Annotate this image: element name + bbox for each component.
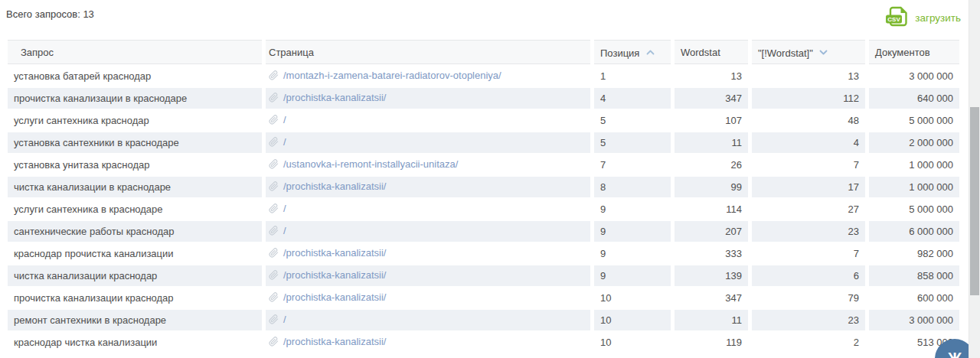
paperclip-icon [269, 270, 279, 282]
paperclip-icon [269, 181, 279, 194]
paperclip-icon [269, 248, 279, 260]
page-link[interactable]: / [283, 114, 286, 125]
documents-cell: 1 000 000 [869, 177, 959, 197]
position-cell: 7 [594, 155, 671, 175]
wordstat-exact-cell: 13 [752, 66, 865, 86]
page-cell: / [266, 199, 590, 220]
wordstat-exact-cell: 79 [752, 288, 865, 308]
column-header-wordstat-exact[interactable]: "[!Wordstat]" [752, 40, 865, 64]
sort-descending-icon [819, 46, 828, 57]
documents-cell: 982 000 [869, 243, 959, 264]
page-cell: / [266, 110, 590, 131]
wordstat-exact-cell: 7 [752, 155, 865, 175]
table-header-row: Запрос Страница Позиция Wordstat "[!Word… [8, 40, 959, 64]
table-row: услуги сантехника в краснодаре / 9 114 2… [8, 199, 959, 220]
table-row: ремонт сантехники в краснодаре / 10 11 2… [8, 310, 959, 330]
wordstat-exact-cell: 48 [752, 110, 865, 131]
wordstat-exact-cell: 23 [752, 310, 865, 330]
paperclip-icon [269, 314, 279, 327]
page-cell: / [266, 310, 590, 330]
page-link[interactable]: /prochistka-kanalizatsii/ [283, 247, 386, 259]
query-cell: чистка канализации в краснодаре [8, 177, 262, 197]
table-row: чистка канализации краснодар /prochistka… [8, 265, 959, 286]
query-cell: установка унитаза краснодар [8, 155, 262, 175]
csv-file-icon: CSV [885, 6, 910, 30]
wordstat-cell: 11 [675, 132, 748, 153]
documents-cell: 5 000 000 [869, 110, 959, 131]
query-cell: чистка канализации краснодар [8, 265, 262, 286]
column-header-page[interactable]: Страница [266, 40, 590, 64]
page-link[interactable]: /prochistka-kanalizatsii/ [283, 336, 386, 347]
position-cell: 1 [594, 66, 671, 86]
column-header-query-label: Запрос [21, 47, 54, 58]
page-cell: /montazh-i-zamena-batarei-radiatorov-oto… [266, 66, 590, 86]
wordstat-cell: 333 [675, 243, 748, 264]
column-header-documents[interactable]: Документов [869, 40, 959, 64]
paperclip-icon [269, 70, 279, 83]
page-cell: /prochistka-kanalizatsii/ [266, 243, 590, 264]
wordstat-cell: 26 [675, 155, 748, 175]
wordstat-cell: 207 [675, 221, 748, 242]
query-cell: прочистка канализации краснодар [8, 288, 262, 308]
documents-cell: 858 000 [869, 265, 959, 286]
column-header-wordstat[interactable]: Wordstat [675, 40, 748, 64]
table-row: прочистка канализации краснодар /prochis… [8, 288, 959, 308]
wordstat-exact-cell: 23 [752, 221, 865, 242]
page-cell: /prochistka-kanalizatsii/ [266, 177, 590, 197]
table-row: установка батарей краснодар /montazh-i-z… [8, 66, 959, 86]
documents-cell: 5 000 000 [869, 199, 959, 220]
query-cell: сантехнические работы краснодар [8, 221, 262, 242]
wordstat-exact-cell: 7 [752, 243, 865, 264]
vertical-scrollbar-thumb[interactable] [970, 107, 979, 295]
paperclip-icon [269, 137, 279, 149]
page-link[interactable]: /prochistka-kanalizatsii/ [283, 291, 386, 303]
wordstat-exact-cell: 17 [752, 177, 865, 197]
page-cell: /prochistka-kanalizatsii/ [266, 265, 590, 286]
page-cell: /prochistka-kanalizatsii/ [266, 332, 590, 353]
table-body: установка батарей краснодар /montazh-i-z… [8, 66, 959, 353]
page-link[interactable]: /prochistka-kanalizatsii/ [283, 92, 386, 103]
page-cell: /prochistka-kanalizatsii/ [266, 88, 590, 109]
column-header-position-label: Позиция [600, 47, 639, 59]
position-cell: 5 [594, 132, 671, 153]
position-cell: 10 [594, 288, 671, 308]
documents-cell: 3 000 000 [869, 310, 959, 330]
wordstat-cell: 11 [675, 310, 748, 330]
position-cell: 9 [594, 265, 671, 286]
page-cell: /prochistka-kanalizatsii/ [266, 288, 590, 308]
page-link[interactable]: /prochistka-kanalizatsii/ [283, 181, 386, 192]
table-row: чистка канализации в краснодаре /prochis… [8, 177, 959, 197]
page-link[interactable]: /ustanovka-i-remont-installyacii-unitaza… [283, 158, 458, 170]
column-header-position[interactable]: Позиция [594, 40, 671, 64]
documents-cell: 1 000 000 [869, 155, 959, 175]
page-link[interactable]: / [283, 203, 286, 214]
vertical-scrollbar-track[interactable] [969, 0, 980, 358]
paperclip-icon [269, 159, 279, 171]
position-cell: 4 [594, 88, 671, 109]
wordstat-cell: 347 [675, 88, 748, 109]
documents-cell: 600 000 [869, 288, 959, 308]
page-link[interactable]: /prochistka-kanalizatsii/ [283, 269, 386, 281]
page-link[interactable]: / [283, 136, 286, 148]
page-link[interactable]: / [283, 225, 286, 236]
page-cell: /ustanovka-i-remont-installyacii-unitaza… [266, 155, 590, 175]
documents-cell: 6 000 000 [869, 221, 959, 242]
query-cell: услуги сантехника в краснодаре [8, 199, 262, 220]
position-cell: 9 [594, 199, 671, 220]
query-cell: ремонт сантехники в краснодаре [8, 310, 262, 330]
wordstat-exact-cell: 4 [752, 132, 865, 153]
csv-download-button[interactable]: CSV загрузить [885, 6, 961, 30]
position-cell: 10 [594, 310, 671, 330]
query-cell: краснодар чистка канализации [8, 332, 262, 353]
wordstat-exact-cell: 112 [752, 88, 865, 109]
page-link[interactable]: /montazh-i-zamena-batarei-radiatorov-oto… [283, 70, 501, 81]
table-row: установка унитаза краснодар /ustanovka-i… [8, 155, 959, 175]
documents-cell: 2 000 000 [869, 132, 959, 153]
paperclip-icon [269, 115, 279, 127]
table-row: сантехнические работы краснодар / 9 207 … [8, 221, 959, 242]
table-row: краснодар прочистка канализации /prochis… [8, 243, 959, 264]
column-header-query[interactable]: Запрос [8, 40, 262, 64]
page-link[interactable]: / [283, 314, 286, 325]
csv-icon-text: CSV [888, 16, 901, 23]
paperclip-icon [269, 337, 279, 349]
